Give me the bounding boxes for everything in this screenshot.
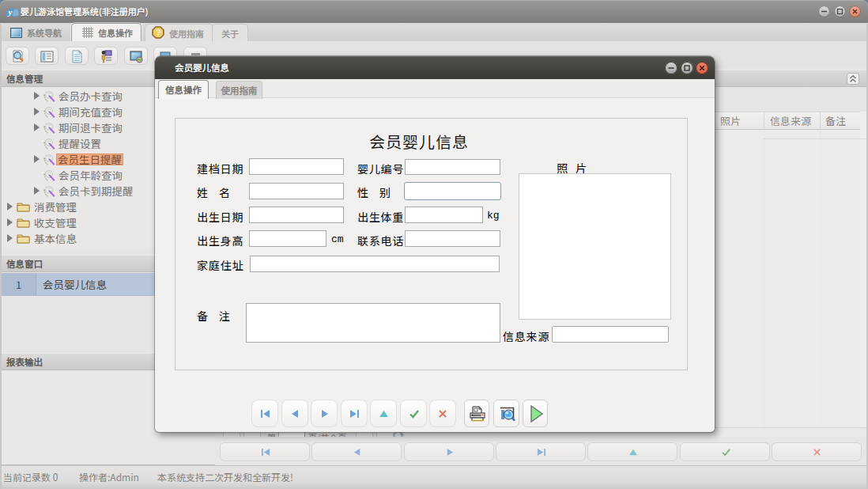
svg-text:?: ?	[156, 26, 161, 38]
svg-text:y: y	[7, 7, 13, 17]
